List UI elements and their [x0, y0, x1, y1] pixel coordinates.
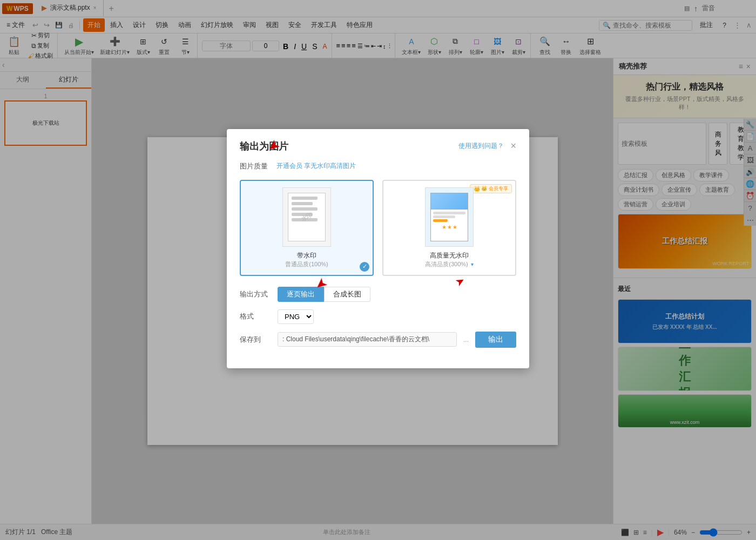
save-path-display: : Cloud Files\userdata\qing\filecache\香香…: [278, 332, 457, 347]
doc-line-2: [292, 202, 313, 205]
dialog-header-right: 使用遇到问题？ ➤ ×: [458, 140, 516, 152]
quality-label: 图片质量: [240, 161, 272, 171]
watermark-preview: 水印: [282, 187, 331, 247]
output-method-value: 逐页输出 合成长图: [278, 287, 516, 302]
watermark-option[interactable]: 水印 带水印 普通品质(100%) ✓ ➤: [240, 180, 374, 276]
save-to-label: 保存到: [240, 335, 278, 345]
save-to-row: 保存到 : Cloud Files\userdata\qing\filecach…: [240, 332, 516, 348]
option2-label: 高质量无水印: [390, 251, 509, 260]
browse-btn[interactable]: ...: [461, 336, 471, 343]
image-options: 水印 带水印 普通品质(100%) ✓ ➤ 👑 👑 会员专享: [240, 180, 516, 276]
option1-label: 带水印: [247, 251, 366, 260]
vip-badge: 👑 👑 会员专享: [470, 184, 512, 193]
format-select[interactable]: PNG: [278, 309, 314, 324]
output-method-label: 输出方式: [240, 289, 278, 299]
dialog-help-link[interactable]: 使用遇到问题？: [458, 141, 504, 151]
quality-row: 图片质量 开通会员 享无水印高清图片: [240, 161, 516, 171]
quality-dropdown[interactable]: ▾: [471, 261, 474, 267]
dialog-close-btn[interactable]: ×: [510, 140, 516, 152]
format-label: 格式: [240, 312, 278, 321]
export-btn[interactable]: 输出: [475, 332, 516, 348]
quality-vip-link[interactable]: 开通会员 享无水印高清图片: [276, 161, 356, 171]
export-dialog: 输出为图片 使用遇到问题？ ➤ × 图片质量 开通会员 享无水印高清图片: [227, 129, 529, 368]
option1-sublabel: 普通品质(100%): [247, 260, 366, 268]
hq-preview: ★ ★ ★: [425, 187, 474, 247]
dialog-overlay: 输出为图片 使用遇到问题？ ➤ × 图片质量 开通会员 享无水印高清图片: [0, 0, 756, 540]
output-method-row: 输出方式 逐页输出 合成长图: [240, 287, 516, 302]
option2-sublabel: 高清品质(300%) ▾: [390, 260, 509, 268]
doc-line-3: [292, 207, 318, 211]
long-image-btn[interactable]: 合成长图: [324, 287, 370, 302]
arrow-option1: ➤: [264, 136, 284, 156]
crown-icon: 👑: [474, 186, 480, 192]
doc-line-1: [292, 197, 318, 200]
save-to-value: : Cloud Files\userdata\qing\filecache\香香…: [278, 332, 516, 348]
format-row: 格式 PNG: [240, 309, 516, 324]
option1-check: ✓: [360, 262, 369, 272]
format-value: PNG: [278, 309, 516, 324]
hq-option[interactable]: 👑 👑 会员专享 ★ ★ ★: [382, 180, 516, 276]
